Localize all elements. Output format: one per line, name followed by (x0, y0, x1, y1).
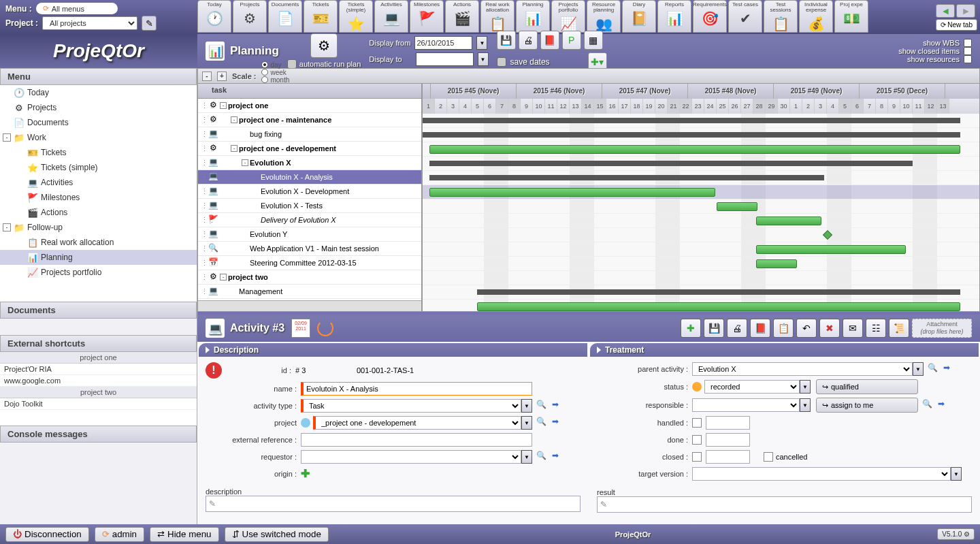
menu-item-today[interactable]: 🕐Today (0, 85, 197, 100)
columns-button[interactable]: ▦ (584, 31, 603, 50)
run-plan-button[interactable]: ⚙ (310, 33, 338, 58)
parent-select[interactable]: Evolution X (692, 362, 913, 376)
switched-mode-button[interactable]: ⇵Use switched mode (225, 527, 329, 542)
handled-date[interactable] (706, 416, 750, 430)
documents-header[interactable]: Documents (0, 302, 197, 319)
name-input[interactable] (301, 382, 532, 396)
assign-me-button[interactable]: ↪assign to me (816, 398, 918, 413)
top-tab-individual-expense[interactable]: Individual expense💰 (799, 0, 833, 33)
menu-item-projects[interactable]: ⚙Projects (0, 100, 197, 115)
top-tab-tickets-(simple)[interactable]: Tickets (simple)⭐ (339, 0, 373, 33)
task-row[interactable]: ⋮⋮💻Evolution X - Development (198, 185, 421, 199)
undo-button[interactable]: ↶ (796, 319, 817, 338)
collapse-all-icon[interactable]: - (202, 71, 212, 81)
gantt-row[interactable] (423, 285, 979, 300)
top-tab-projects[interactable]: Projects⚙ (233, 0, 267, 33)
status-select[interactable]: recorded (704, 380, 800, 394)
task-row[interactable]: ⋮⋮💻bug fixing (198, 127, 421, 142)
calendar-icon[interactable]: 02/09 2011 (291, 319, 310, 338)
new-button[interactable]: ✚ (681, 319, 701, 338)
search-icon[interactable]: 🔍 (535, 417, 547, 429)
top-tab-resource-planning[interactable]: Resource planning👥 (587, 0, 621, 33)
top-tab-documents[interactable]: Documents📄 (268, 0, 302, 33)
top-tab-projects-portfolio[interactable]: Projects portfolio📈 (551, 0, 585, 33)
task-row[interactable]: ⋮⋮⚙-project one (198, 99, 421, 113)
task-row[interactable]: ⋮⋮🚩Delivery of Evolution X (198, 213, 421, 227)
task-row[interactable]: ⋮⋮💻-Evolution X (198, 156, 421, 170)
activity-type-select[interactable]: Task (301, 399, 521, 413)
shortcut-link[interactable]: www.google.com (0, 375, 197, 387)
search-icon[interactable]: 🔍 (921, 399, 933, 411)
top-tab-planning[interactable]: Planning📊 (516, 0, 550, 33)
history-button[interactable]: 📜 (889, 319, 909, 338)
hide-menu-button[interactable]: ⇄Hide menu (150, 527, 218, 542)
new-tab-button[interactable]: ⟳New tab (936, 19, 977, 31)
shortcut-link[interactable]: Project'Or RIA (0, 364, 197, 375)
pdf-detail-button[interactable]: 📕 (750, 319, 770, 338)
menu-item-projects-portfolio[interactable]: 📈Projects portfolio (0, 265, 197, 280)
menu-item-documents[interactable]: 📄Documents (0, 115, 197, 130)
closed-date[interactable] (706, 450, 750, 464)
cancelled-checkbox[interactable] (764, 452, 773, 462)
top-tab-test-sessions[interactable]: Test sessions📋 (764, 0, 798, 33)
qualified-button[interactable]: ↪qualified (816, 379, 918, 394)
search-icon[interactable]: 🔍 (535, 400, 547, 412)
requestor-select[interactable] (301, 450, 521, 464)
gantt-row[interactable] (423, 257, 979, 271)
top-tab-test-cases[interactable]: Test cases✔ (728, 0, 762, 33)
save-detail-button[interactable]: 💾 (704, 319, 724, 338)
done-checkbox[interactable] (692, 435, 702, 445)
task-row[interactable]: ⋮⋮💻Evolutoin X - Analysis (198, 170, 421, 185)
print-detail-button[interactable]: 🖨 (727, 319, 747, 338)
top-tab-requirements[interactable]: Requirements🎯 (693, 0, 727, 33)
copy-button[interactable]: 📋 (773, 319, 794, 338)
delete-button[interactable]: ✖ (819, 319, 840, 338)
task-row[interactable]: ⋮⋮💻Evolution X - Tests (198, 199, 421, 213)
top-tab-tickets[interactable]: Tickets🎫 (304, 0, 338, 33)
nav-forward-icon[interactable]: ► (956, 4, 975, 18)
show-wbs-checkbox[interactable] (964, 39, 972, 47)
shortcuts-header[interactable]: External shortcuts (0, 335, 197, 352)
result-textarea[interactable]: ✎ (597, 496, 972, 513)
project-select[interactable]: _project one - developement (313, 416, 521, 430)
closed-checkbox[interactable] (692, 452, 702, 462)
from-dropdown-icon[interactable]: ▼ (476, 36, 487, 50)
msproject-button[interactable]: P (562, 31, 581, 50)
mail-button[interactable]: ✉ (843, 319, 863, 338)
task-row[interactable]: ⋮⋮⚙-project one - maintenance (198, 113, 421, 127)
edit-project-icon[interactable]: ✎ (142, 16, 157, 31)
gantt-row[interactable] (423, 242, 979, 257)
top-tab-actions[interactable]: Actions🎬 (445, 0, 479, 33)
goto-icon[interactable]: ➡ (549, 400, 561, 412)
project-selector[interactable]: All projects (42, 16, 137, 30)
nav-back-icon[interactable]: ◄ (936, 4, 955, 18)
top-tab-milestones[interactable]: Milestones🚩 (410, 0, 444, 33)
section-toggle-icon[interactable] (597, 347, 601, 353)
display-from-input[interactable] (414, 36, 472, 50)
goto-icon[interactable]: ➡ (941, 363, 953, 375)
menu-item-tickets-(simple)[interactable]: ⭐Tickets (simple) (0, 160, 197, 175)
handled-checkbox[interactable] (692, 418, 702, 428)
scale-week[interactable]: week (261, 69, 292, 76)
menu-item-real-work-allocation[interactable]: 📋Real work allocation (0, 235, 197, 250)
task-row[interactable]: ⋮⋮💻Evolution Y (198, 227, 421, 242)
menu-item-follow-up[interactable]: -📁Follow-up (0, 220, 197, 235)
goto-icon[interactable]: ➡ (549, 451, 561, 463)
responsible-select[interactable] (692, 398, 800, 412)
print-button[interactable]: 🖨 (519, 31, 538, 50)
top-tab-activities[interactable]: Activities💻 (374, 0, 408, 33)
scale-month[interactable]: month (261, 76, 292, 84)
show-closed-checkbox[interactable] (964, 47, 972, 55)
gantt-row[interactable] (423, 157, 979, 171)
search-icon[interactable]: 🔍 (535, 451, 547, 463)
task-hscroll[interactable] (198, 300, 421, 311)
gantt-row[interactable] (423, 171, 979, 185)
gantt-row[interactable] (423, 128, 979, 142)
gantt-row[interactable] (423, 199, 979, 214)
gantt-row[interactable] (423, 142, 979, 157)
save-button[interactable]: 💾 (497, 31, 516, 50)
multi-button[interactable]: ☷ (866, 319, 886, 338)
save-dates-checkbox[interactable] (497, 57, 506, 67)
top-tab-diary[interactable]: Diary📔 (622, 0, 656, 33)
task-row[interactable]: ⋮⋮💻Management (198, 285, 421, 299)
